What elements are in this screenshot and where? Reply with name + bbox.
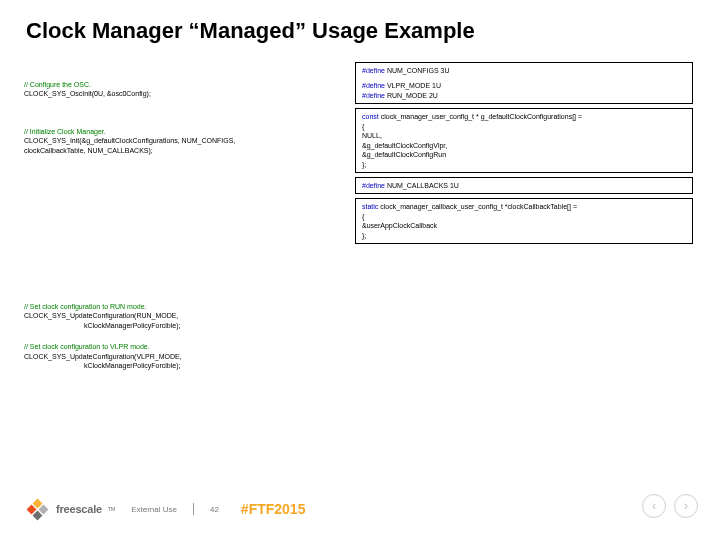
const-box-configurations: const clock_manager_user_config_t * g_de…: [355, 108, 693, 173]
trademark: TM: [108, 506, 115, 512]
page-number: 42: [210, 505, 219, 514]
code-line: NULL,: [362, 131, 686, 140]
freescale-logo: freescale TM: [24, 498, 115, 520]
code-line: &g_defaultClockConfigRun: [362, 150, 686, 159]
code-block-vlpr: // Set clock configuration to VLPR mode.…: [24, 342, 384, 370]
comment: // Set clock configuration to VLPR mode.: [24, 342, 384, 351]
logo-mark-icon: [24, 498, 50, 520]
code-line: #define RUN_MODE 2U: [362, 91, 686, 100]
code-line: {: [362, 122, 686, 131]
hashtag: #FTF2015: [241, 501, 306, 517]
footer: freescale TM External Use 42 #FTF2015: [24, 498, 305, 520]
define-box-configs: #define NUM_CONFIGS 3U #define VLPR_MODE…: [355, 62, 693, 104]
code-line: static clock_manager_callback_user_confi…: [362, 202, 686, 211]
comment: // Initialize Clock Manager.: [24, 127, 344, 136]
code-block-osc: // Configure the OSC. CLOCK_SYS_OscInit(…: [24, 80, 344, 99]
right-snippet-col: #define NUM_CONFIGS 3U #define VLPR_MODE…: [355, 62, 693, 248]
external-use-label: External Use: [131, 505, 177, 514]
divider: [193, 503, 194, 515]
code-line: CLOCK_SYS_Init(&g_defaultClockConfigurat…: [24, 136, 344, 145]
comment: // Configure the OSC.: [24, 80, 344, 89]
code-line: #define NUM_CALLBACKS 1U: [362, 181, 686, 190]
code-block-run: // Set clock configuration to RUN mode. …: [24, 302, 384, 330]
code-line: };: [362, 231, 686, 240]
code-line: kClockManagerPolicyForcible);: [24, 361, 384, 370]
code-line: CLOCK_SYS_UpdateConfiguration(RUN_MODE,: [24, 311, 384, 320]
logo-text: freescale: [56, 503, 102, 515]
code-left-col: // Configure the OSC. CLOCK_SYS_OscInit(…: [24, 80, 344, 183]
code-line: #define NUM_CONFIGS 3U: [362, 66, 686, 75]
code-line: CLOCK_SYS_UpdateConfiguration(VLPR_MODE,: [24, 352, 384, 361]
code-line: {: [362, 212, 686, 221]
code-block-init: // Initialize Clock Manager. CLOCK_SYS_I…: [24, 127, 344, 155]
code-line: #define VLPR_MODE 1U: [362, 81, 686, 90]
next-arrow-button[interactable]: ›: [674, 494, 698, 518]
code-line: &userAppClockCallback: [362, 221, 686, 230]
slide-title: Clock Manager “Managed” Usage Example: [26, 18, 475, 44]
code-line: CLOCK_SYS_OscInit(0U, &osc0Config);: [24, 89, 344, 98]
static-box-callbacktable: static clock_manager_callback_user_confi…: [355, 198, 693, 244]
nav-arrows: ‹ ›: [642, 494, 698, 518]
code-line: const clock_manager_user_config_t * g_de…: [362, 112, 686, 121]
code-line: clockCallbackTable, NUM_CALLBACKS);: [24, 146, 344, 155]
define-box-callbacks: #define NUM_CALLBACKS 1U: [355, 177, 693, 194]
code-line: kClockManagerPolicyForcible);: [24, 321, 384, 330]
code-set-block: // Set clock configuration to RUN mode. …: [24, 302, 384, 383]
prev-arrow-button[interactable]: ‹: [642, 494, 666, 518]
comment: // Set clock configuration to RUN mode.: [24, 302, 384, 311]
code-line: };: [362, 160, 686, 169]
code-line: &g_defaultClockConfigVlpr,: [362, 141, 686, 150]
